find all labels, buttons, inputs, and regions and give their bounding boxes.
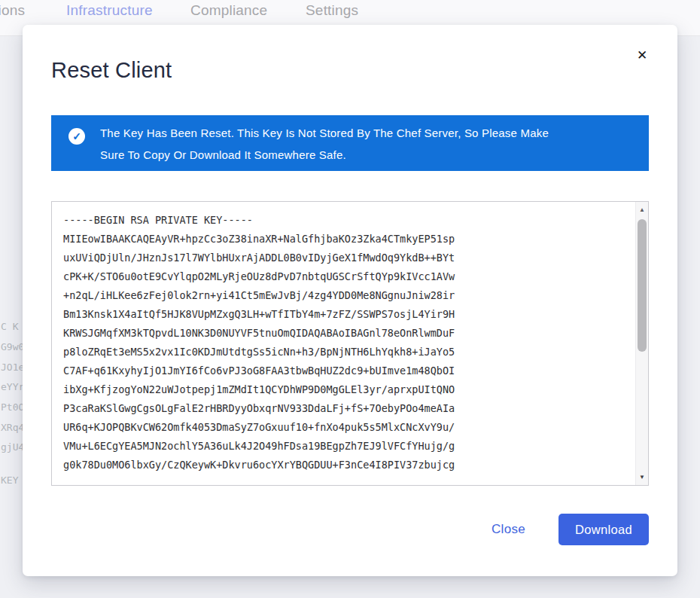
check-circle-icon: ✓ [68,128,85,145]
nav-item-applications[interactable]: tions [0,2,25,19]
background-text-fragment: eYYr [1,381,24,392]
banner-message: The Key Has Been Reset. This Key Is Not … [100,122,571,166]
screen: tions Infrastructure Compliance Settings… [0,0,700,598]
background-text-fragment: KEY [1,474,18,486]
nav-item-settings[interactable]: Settings [306,2,358,19]
scrollbar-up-icon[interactable]: ▲ [636,206,648,213]
background-text-fragment: gjU4 [1,441,24,453]
modal-title: Reset Client [51,58,172,83]
download-button[interactable]: Download [558,514,649,545]
background-text-fragment: XRq4 [1,422,24,433]
scrollbar-down-icon[interactable]: ▼ [636,474,648,481]
background-text-fragment: C K [1,321,18,332]
scrollbar-thumb[interactable] [638,219,647,352]
background-text-fragment: G9w0 [1,341,24,352]
nav-item-infrastructure[interactable]: Infrastructure [66,2,153,19]
reset-client-modal: Reset Client ✕ ✓ The Key Has Been Reset.… [23,25,677,576]
background-text-fragment: Pt0O [1,401,24,413]
background-text-fragment: JO1e [1,362,24,373]
scrollbar[interactable]: ▲ ▼ [635,202,648,485]
close-icon[interactable]: ✕ [634,47,650,64]
private-key-text: -----BEGIN RSA PRIVATE KEY----- MIIEowIB… [63,211,455,474]
success-banner: ✓ The Key Has Been Reset. This Key Is No… [51,115,649,171]
private-key-viewer[interactable]: -----BEGIN RSA PRIVATE KEY----- MIIEowIB… [51,201,649,486]
nav-item-compliance[interactable]: Compliance [190,2,267,19]
modal-footer: Close Download [492,514,649,545]
close-button[interactable]: Close [492,522,525,537]
